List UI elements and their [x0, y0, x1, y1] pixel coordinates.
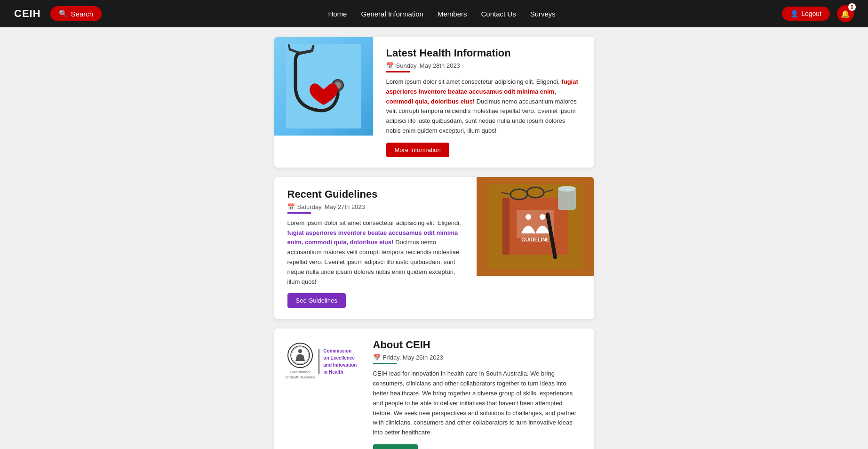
- card3-date-underline: [373, 363, 397, 364]
- card1-date-underline: [386, 71, 410, 72]
- see-guidelines-button[interactable]: See Guidelines: [287, 293, 346, 308]
- card2-date-underline: [287, 212, 311, 214]
- nav-members[interactable]: Members: [438, 10, 467, 18]
- navbar: CEIH 🔍 Search Home General Information M…: [0, 0, 868, 27]
- govt-label: Governmentof South Australia: [286, 370, 315, 380]
- card1-body: Lorem ipsum dolor sit amet consectetur a…: [386, 77, 581, 136]
- logout-icon: 👤: [790, 10, 798, 17]
- calendar-icon-3: 📅: [373, 354, 381, 361]
- card2-inner: Recent Guidelines 📅 Saturday, May 27th 2…: [274, 177, 594, 320]
- card1-image: [274, 37, 373, 136]
- card1-title: Latest Health Information: [386, 47, 581, 59]
- svg-point-13: [540, 214, 545, 220]
- card-about-ceih: Governmentof South Australia Commission …: [274, 329, 594, 449]
- svg-point-24: [298, 349, 302, 353]
- navbar-center: Home General Information Members Contact…: [328, 10, 556, 18]
- card3-text: About CEIH 📅 Friday, May 26th 2023 CEIH …: [368, 329, 594, 449]
- card3-title: About CEIH: [373, 339, 581, 351]
- card-latest-health: Latest Health Information 📅 Sunday, May …: [274, 37, 594, 168]
- card2-body-p1: Lorem ipsum dolor sit amet consectetur a…: [287, 219, 461, 226]
- ceih-logo-emblem: [287, 343, 313, 368]
- svg-rect-21: [558, 189, 576, 210]
- svg-line-17: [527, 193, 527, 194]
- card3-logo-area: Governmentof South Australia Commission …: [274, 329, 368, 394]
- search-icon: 🔍: [59, 9, 68, 18]
- logout-button[interactable]: 👤 Logout: [782, 7, 830, 21]
- navbar-left: CEIH 🔍 Search: [14, 6, 102, 21]
- ceih-logo-text: Commission on Excellence and Innovation …: [323, 347, 357, 376]
- card3-body: CEIH lead for innovation in health care …: [373, 369, 581, 438]
- svg-rect-10: [502, 198, 510, 255]
- card1-text: Latest Health Information 📅 Sunday, May …: [373, 37, 594, 168]
- card-recent-guidelines: Recent Guidelines 📅 Saturday, May 27th 2…: [274, 177, 594, 320]
- search-button[interactable]: 🔍 Search: [50, 6, 102, 21]
- visit-ceih-button[interactable]: Visit CEIH: [373, 444, 418, 449]
- nav-contact-us[interactable]: Contact Us: [481, 10, 516, 18]
- svg-point-12: [526, 214, 531, 220]
- nav-home[interactable]: Home: [328, 10, 347, 18]
- more-information-button[interactable]: More Information: [386, 143, 449, 157]
- logo-divider: [319, 349, 319, 374]
- card2-text: Recent Guidelines 📅 Saturday, May 27th 2…: [274, 177, 477, 320]
- bell-icon: 🔔: [841, 9, 850, 18]
- svg-line-2: [312, 46, 313, 51]
- nav-general-info[interactable]: General Information: [361, 10, 423, 18]
- card2-body: Lorem ipsum dolor sit amet consectetur a…: [287, 218, 463, 287]
- card3-date: 📅 Friday, May 26th 2023: [373, 354, 581, 361]
- svg-line-4: [289, 45, 290, 49]
- calendar-icon: 📅: [386, 62, 394, 69]
- svg-text:GUIDELINE: GUIDELINE: [521, 237, 549, 242]
- card1-body-p1: Lorem ipsum dolor sit amet consectetur a…: [386, 78, 560, 85]
- notification-badge: 5: [848, 3, 856, 11]
- card1-date: 📅 Sunday, May 28th 2023: [386, 62, 581, 69]
- nav-surveys[interactable]: Surveys: [530, 10, 556, 18]
- card1-inner: Latest Health Information 📅 Sunday, May …: [274, 37, 594, 168]
- card2-date: 📅 Saturday, May 27th 2023: [287, 203, 463, 210]
- card2-title: Recent Guidelines: [287, 188, 463, 200]
- calendar-icon-2: 📅: [287, 203, 295, 210]
- navbar-right: 👤 Logout 🔔 5: [782, 5, 854, 22]
- card3-inner: Governmentof South Australia Commission …: [274, 329, 594, 449]
- notification-button[interactable]: 🔔 5: [837, 5, 854, 22]
- main-content: Latest Health Information 📅 Sunday, May …: [274, 27, 594, 449]
- brand-logo: CEIH: [14, 8, 41, 20]
- svg-point-22: [558, 186, 576, 192]
- card2-image: GUIDELINE: [477, 177, 594, 276]
